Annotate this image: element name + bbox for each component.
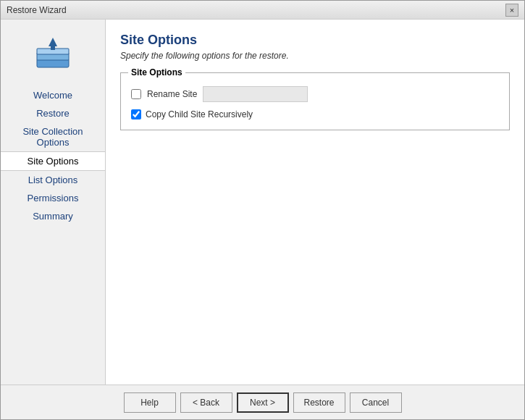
sidebar-item-permissions[interactable]: Permissions — [1, 189, 105, 207]
copy-child-checkbox[interactable] — [131, 109, 141, 119]
svg-marker-3 — [49, 38, 57, 46]
wizard-icon-area — [1, 27, 105, 86]
main-panel: Site Options Specify the following optio… — [106, 20, 524, 385]
cancel-button[interactable]: Cancel — [350, 392, 402, 413]
window-title: Restore Wizard — [7, 5, 67, 15]
back-button[interactable]: < Back — [180, 392, 232, 413]
main-header: Site Options Specify the following optio… — [120, 33, 510, 61]
site-options-group: Site Options Rename Site Copy Child Site… — [120, 72, 510, 130]
copy-child-row: Copy Child Site Recursively — [131, 109, 499, 119]
help-button[interactable]: Help — [124, 392, 176, 413]
sidebar: Welcome Restore Site Collection Options … — [1, 20, 106, 385]
rename-site-label: Rename Site — [147, 89, 197, 99]
group-legend: Site Options — [128, 67, 185, 77]
sidebar-item-list-options[interactable]: List Options — [1, 171, 105, 189]
wizard-footer: Help < Back Next > Restore Cancel — [1, 385, 524, 419]
sidebar-item-restore[interactable]: Restore — [1, 104, 105, 122]
restore-button[interactable]: Restore — [293, 392, 345, 413]
page-subtitle: Specify the following options for the re… — [120, 51, 510, 61]
sidebar-item-site-options[interactable]: Site Options — [1, 151, 105, 171]
sidebar-item-summary[interactable]: Summary — [1, 207, 105, 225]
wizard-content: Welcome Restore Site Collection Options … — [1, 20, 524, 385]
rename-site-input[interactable] — [203, 86, 308, 102]
sidebar-item-welcome[interactable]: Welcome — [1, 86, 105, 104]
restore-wizard-window: Restore Wizard × — [0, 0, 525, 420]
close-button[interactable]: × — [505, 4, 518, 17]
page-title: Site Options — [120, 33, 510, 48]
rename-site-row: Rename Site — [131, 86, 499, 102]
sidebar-item-site-collection-options[interactable]: Site Collection Options — [1, 122, 105, 151]
wizard-icon — [33, 34, 73, 75]
copy-child-label: Copy Child Site Recursively — [146, 109, 253, 119]
svg-rect-4 — [51, 46, 55, 50]
next-button[interactable]: Next > — [237, 392, 289, 413]
title-bar: Restore Wizard × — [1, 1, 524, 20]
main-spacer — [120, 139, 510, 377]
rename-site-checkbox[interactable] — [131, 89, 141, 99]
